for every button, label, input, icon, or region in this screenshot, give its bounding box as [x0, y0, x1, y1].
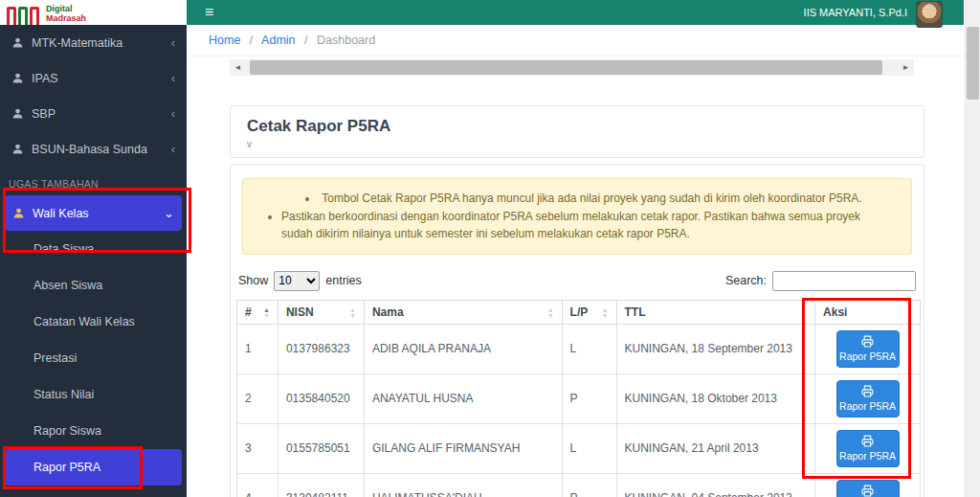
- page-size-select[interactable]: 10: [274, 271, 320, 291]
- page-subtitle: v: [247, 139, 907, 149]
- chevron-down-icon: ⌄: [164, 206, 174, 220]
- sidebar-item-label: Prestasi: [33, 351, 77, 365]
- user-avatar[interactable]: [916, 1, 943, 28]
- cell-no: 1: [237, 324, 278, 373]
- cell-nisn: 3130482111: [278, 473, 364, 497]
- horizontal-scrollbar[interactable]: ◄ ►: [230, 59, 914, 76]
- table-row: 3 0155785051 GILANG ALIF FIRMANSYAH L KU…: [237, 423, 921, 473]
- sidebar-item-rapor-p5ra[interactable]: Rapor P5RA: [5, 449, 182, 486]
- topbar-user-area[interactable]: IIS MARYANTI, S.Pd.I: [804, 0, 943, 28]
- sidebar-item-mtk-matematika[interactable]: MTK-Matematika ‹: [0, 25, 187, 60]
- sidebar-item-label: BSUN-Bahasa Sunda: [32, 143, 147, 156]
- cell-ttl: KUNINGAN, 21 April 2013: [616, 423, 815, 473]
- scroll-left-button[interactable]: ◄: [230, 59, 246, 76]
- title-card: Cetak Rapor P5RA v: [230, 105, 924, 158]
- chevron-left-icon: ‹: [171, 142, 175, 156]
- table-row: 2 0135840520 ANAYATUL HUSNA P KUNINGAN, …: [237, 373, 921, 423]
- cell-nama: ADIB AQILA PRANAJA: [364, 324, 562, 373]
- hamburger-menu-icon[interactable]: ≡: [205, 5, 213, 20]
- cell-nama: ANAYATUL HUSNA: [364, 373, 562, 423]
- rapor-p5ra-button[interactable]: Rapor P5RA: [836, 330, 900, 368]
- breadcrumb-current: Dashboard: [317, 34, 375, 47]
- table-row: 4 3130482111 HALIMATUSSA'DIAH P KUNINGAN…: [237, 473, 921, 497]
- person-icon: [12, 207, 25, 219]
- sidebar-item-label: Status Nilai: [33, 388, 94, 401]
- notice-bullet: Pastikan berkoordinasi dengan koordinato…: [281, 208, 886, 243]
- sidebar: Digital Madrasah MTK-Matematika ‹ IPAS ‹…: [0, 0, 187, 497]
- table-card: Tombol Cetak Rapor P5RA hanya muncul jik…: [230, 164, 924, 497]
- table-header-ttl[interactable]: TTL: [616, 300, 815, 324]
- page-title: Cetak Rapor P5RA: [247, 117, 907, 136]
- notice-bullet: Tombol Cetak Rapor P5RA hanya muncul jik…: [281, 190, 886, 208]
- page-size-control: Show 10 entries: [238, 271, 362, 291]
- printer-icon: [861, 435, 874, 449]
- sidebar-item-data-siswa[interactable]: Data Siswa: [0, 231, 187, 267]
- sidebar-item-rapor-siswa[interactable]: Rapor Siswa: [0, 413, 187, 449]
- search-input[interactable]: [772, 271, 916, 291]
- sidebar-item-catatan-wali-kelas[interactable]: Catatan Wali Kelas: [0, 304, 187, 340]
- breadcrumb-separator: /: [250, 34, 253, 47]
- breadcrumb: Home / Admin / Dashboard: [209, 34, 375, 47]
- sidebar-item-label: Rapor P5RA: [33, 461, 100, 474]
- sidebar-item-label: MTK-Matematika: [32, 36, 122, 50]
- brand-header[interactable]: Digital Madrasah: [0, 0, 187, 25]
- sidebar-item-label: IPAS: [32, 72, 58, 85]
- breadcrumb-admin-link[interactable]: Admin: [261, 34, 295, 47]
- cell-lp: P: [562, 373, 616, 423]
- table-header-nisn[interactable]: NISN ▲▼: [278, 300, 364, 324]
- sidebar-item-status-nilai[interactable]: Status Nilai: [0, 376, 187, 413]
- scroll-right-button[interactable]: ►: [898, 59, 914, 76]
- class-icon: [11, 143, 24, 155]
- cell-lp: L: [562, 423, 616, 473]
- table-header-no[interactable]: # ▲▼: [237, 300, 278, 324]
- table-header-row: # ▲▼ NISN ▲▼ Nama ▲▼ L/P ▲▼: [237, 300, 921, 324]
- sidebar-item-label: Wali Kelas: [33, 207, 89, 220]
- sidebar-item-bsun-bahasa-sunda[interactable]: BSUN-Bahasa Sunda ‹: [0, 131, 187, 167]
- chevron-left-icon: ‹: [171, 71, 175, 85]
- sort-icon: ▲▼: [547, 307, 554, 319]
- cell-nisn: 0155785051: [278, 423, 364, 473]
- brand-logo: [7, 7, 39, 25]
- sidebar-item-prestasi[interactable]: Prestasi: [0, 340, 187, 376]
- cell-ttl: KUNINGAN, 04 September 2013: [616, 473, 815, 497]
- sort-icon: ▲▼: [602, 307, 609, 319]
- sidebar-item-label: SBP: [32, 107, 56, 121]
- sidebar-item-sbp[interactable]: SBP ‹: [0, 96, 187, 131]
- sidebar-item-wali-kelas[interactable]: Wali Kelas ⌄: [5, 195, 182, 231]
- cell-lp: P: [562, 473, 616, 497]
- sidebar-item-ipas[interactable]: IPAS ‹: [0, 60, 187, 96]
- students-table: # ▲▼ NISN ▲▼ Nama ▲▼ L/P ▲▼: [236, 300, 921, 497]
- cell-lp: L: [562, 324, 616, 373]
- cell-nisn: 0135840520: [278, 373, 364, 423]
- rapor-p5ra-button[interactable]: Rapor P5RA: [836, 380, 900, 418]
- cell-no: 4: [237, 473, 278, 497]
- horizontal-scrollbar-track[interactable]: [246, 59, 898, 76]
- class-icon: [11, 72, 24, 84]
- breadcrumb-separator: /: [304, 34, 307, 47]
- sidebar-item-absen-siswa[interactable]: Absen Siswa: [0, 267, 187, 304]
- vertical-scrollbar[interactable]: [965, 0, 980, 497]
- brand-line2: Madrasah: [46, 13, 86, 23]
- class-icon: [11, 36, 24, 49]
- rapor-p5ra-button[interactable]: Rapor P5RA: [836, 430, 900, 467]
- printer-icon: [861, 385, 874, 399]
- show-label: Show: [238, 274, 268, 287]
- rapor-p5ra-button[interactable]: Rapor P5RA: [836, 480, 900, 497]
- sort-icon: ▲▼: [349, 307, 356, 319]
- cell-ttl: KUNINGAN, 18 September 2013: [616, 324, 815, 373]
- brand-text: Digital Madrasah: [46, 4, 86, 23]
- vertical-scrollbar-thumb[interactable]: [967, 27, 979, 100]
- breadcrumb-bar: Home / Admin / Dashboard: [187, 25, 965, 56]
- sidebar-item-label: Absen Siswa: [33, 279, 102, 292]
- table-header-nama[interactable]: Nama ▲▼: [364, 300, 562, 324]
- table-header-aksi: Aksi: [815, 300, 921, 324]
- table-header-lp[interactable]: L/P ▲▼: [562, 300, 616, 324]
- breadcrumb-home-link[interactable]: Home: [209, 34, 240, 47]
- sidebar-item-label: Catatan Wali Kelas: [33, 315, 135, 328]
- cell-nama: GILANG ALIF FIRMANSYAH: [364, 423, 562, 473]
- cell-no: 2: [237, 373, 278, 423]
- chevron-left-icon: ‹: [171, 35, 175, 50]
- horizontal-scrollbar-thumb[interactable]: [250, 60, 882, 75]
- class-icon: [11, 107, 24, 120]
- info-notice: Tombol Cetak Rapor P5RA hanya muncul jik…: [242, 178, 912, 255]
